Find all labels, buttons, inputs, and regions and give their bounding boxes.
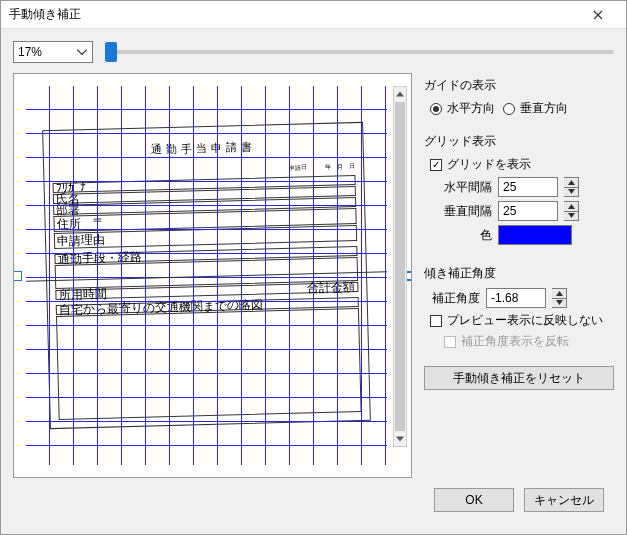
- angle-header: 傾き補正角度: [424, 265, 614, 282]
- h-spacing-label: 水平間隔: [442, 179, 492, 196]
- color-label: 色: [442, 227, 492, 244]
- handle-left[interactable]: [13, 271, 22, 281]
- scroll-up-icon[interactable]: [394, 87, 406, 101]
- scroll-thumb[interactable]: [395, 102, 405, 431]
- scroll-down-icon[interactable]: [394, 432, 406, 446]
- chevron-down-icon: [76, 46, 88, 58]
- close-button[interactable]: [578, 1, 618, 29]
- vertical-scrollbar[interactable]: [393, 86, 407, 447]
- angle-spinner[interactable]: [552, 288, 567, 308]
- radio-off-icon: [503, 103, 515, 115]
- checkbox-disabled-icon: [444, 336, 456, 348]
- color-swatch[interactable]: [498, 225, 572, 245]
- checkbox-unchecked-icon: [430, 315, 442, 327]
- radio-on-icon: [430, 103, 442, 115]
- radio-vertical[interactable]: 垂直方向: [503, 100, 568, 117]
- checkbox-checked-icon: [430, 159, 442, 171]
- zoom-value: 17%: [18, 45, 76, 59]
- h-spacing-input[interactable]: 25: [498, 177, 558, 197]
- zoom-select[interactable]: 17%: [13, 41, 93, 63]
- reset-button[interactable]: 手動傾き補正をリセット: [424, 366, 614, 390]
- angle-label: 補正角度: [430, 290, 480, 307]
- v-spacing-label: 垂直間隔: [442, 203, 492, 220]
- slider-thumb[interactable]: [105, 42, 117, 62]
- check-show-grid[interactable]: グリッドを表示: [430, 156, 614, 173]
- ok-button[interactable]: OK: [434, 488, 514, 512]
- angle-input[interactable]: -1.68: [486, 288, 546, 308]
- v-spacing-spinner[interactable]: [564, 201, 579, 221]
- cancel-button[interactable]: キャンセル: [524, 488, 604, 512]
- check-invert-angle: 補正角度表示を反転: [444, 333, 614, 350]
- h-spacing-spinner[interactable]: [564, 177, 579, 197]
- v-spacing-input[interactable]: 25: [498, 201, 558, 221]
- check-no-preview[interactable]: プレビュー表示に反映しない: [430, 312, 614, 329]
- grid-header: グリッド表示: [424, 133, 614, 150]
- zoom-slider[interactable]: [111, 41, 614, 63]
- guide-header: ガイドの表示: [424, 77, 614, 94]
- window-title: 手動傾き補正: [9, 6, 578, 23]
- preview-area[interactable]: 通勤手当申請書 申請日 年 月 日 ﾌﾘｶﾞﾅ 氏名 部署 住所 〒 申請理由 …: [13, 73, 412, 478]
- radio-horizontal[interactable]: 水平方向: [430, 100, 495, 117]
